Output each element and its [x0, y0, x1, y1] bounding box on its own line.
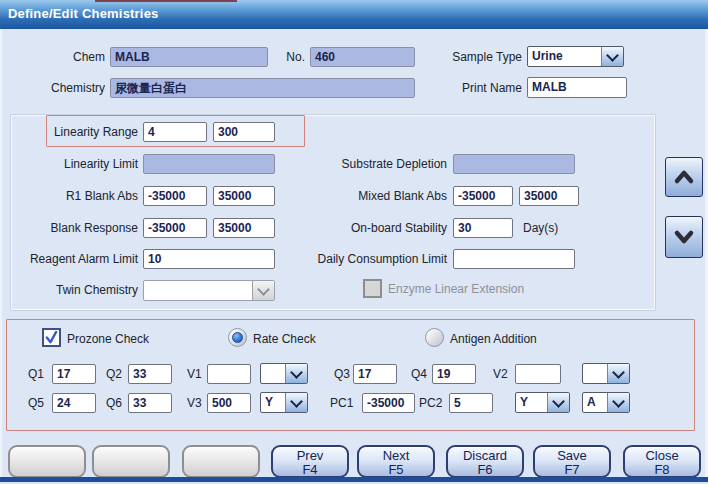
pc-flag2-value: A	[583, 393, 607, 412]
twin-chemistry-value	[144, 281, 252, 300]
mixed-blank-abs-low-field[interactable]: -35000	[453, 186, 513, 206]
twin-chemistry-select	[143, 280, 275, 301]
v3-flag-select[interactable]: Y	[260, 392, 308, 413]
linearity-range-high-field[interactable]: 300	[213, 122, 275, 142]
chevron-down-icon	[252, 281, 274, 300]
scroll-down-button[interactable]	[665, 216, 703, 258]
pc-flag1-select[interactable]: Y	[515, 392, 570, 413]
save-button-label: Save	[535, 449, 609, 463]
q2-label: Q2	[106, 364, 122, 384]
v2-field[interactable]	[515, 364, 561, 384]
sample-type-select[interactable]: Urine	[527, 46, 624, 67]
mixed-blank-abs-high-field[interactable]: 35000	[519, 186, 579, 206]
q3-field[interactable]: 17	[353, 364, 397, 384]
blank-button-2	[92, 445, 170, 478]
onboard-stability-label: On-board Stability	[295, 218, 447, 238]
q2-field[interactable]: 33	[128, 364, 172, 384]
prev-button-label: Prev	[273, 449, 347, 463]
down-arrow-icon	[673, 228, 695, 246]
blank-response-high-field[interactable]: 35000	[213, 218, 275, 238]
sample-type-value: Urine	[528, 47, 601, 66]
discard-button[interactable]: Discard F6	[446, 445, 524, 478]
prozone-check-checkbox[interactable]	[42, 328, 61, 347]
no-label: No.	[270, 47, 305, 67]
v1-flag-value	[261, 364, 285, 383]
v2-label: V2	[493, 364, 508, 384]
linearity-limit-label: Linearity Limit	[18, 154, 138, 174]
antigen-addition-label: Antigen Addition	[450, 329, 537, 349]
blank-button-1	[8, 445, 86, 478]
linearity-range-low-field[interactable]: 4	[143, 122, 207, 142]
v1-label: V1	[187, 364, 202, 384]
screen-artifact-line	[95, 0, 237, 2]
prozone-check-label: Prozone Check	[67, 329, 149, 349]
q3-label: Q3	[334, 364, 350, 384]
sample-type-label: Sample Type	[430, 47, 522, 67]
q1-field[interactable]: 17	[52, 364, 96, 384]
onboard-stability-unit: Day(s)	[523, 218, 558, 238]
chevron-down-icon[interactable]	[601, 47, 623, 66]
v2-flag-value	[583, 364, 607, 383]
substrate-depletion-field	[453, 154, 575, 174]
v3-field[interactable]: 500	[207, 393, 251, 413]
r1-blank-abs-label: R1 Blank Abs	[18, 186, 138, 206]
reagent-alarm-limit-label: Reagent Alarm Limit	[18, 249, 138, 269]
blank-response-label: Blank Response	[18, 218, 138, 238]
discard-button-key: F6	[448, 463, 522, 477]
print-name-label: Print Name	[430, 78, 522, 98]
checkmark-icon	[45, 331, 58, 344]
save-button-key: F7	[535, 463, 609, 477]
antigen-addition-radio[interactable]	[425, 328, 444, 347]
print-name-field[interactable]: MALB	[527, 77, 627, 98]
chevron-down-icon[interactable]	[285, 364, 307, 383]
daily-consumption-limit-field[interactable]	[453, 249, 575, 269]
q1-label: Q1	[28, 364, 44, 384]
q6-field[interactable]: 33	[128, 393, 172, 413]
chemistry-label: Chemistry	[35, 78, 105, 98]
blank-response-low-field[interactable]: -35000	[143, 218, 207, 238]
chevron-down-icon[interactable]	[607, 393, 629, 412]
v1-field[interactable]	[207, 364, 251, 384]
pc1-label: PC1	[330, 393, 353, 413]
chevron-down-icon[interactable]	[285, 393, 307, 412]
discard-button-label: Discard	[448, 449, 522, 463]
prev-button-key: F4	[273, 463, 347, 477]
v1-flag-select[interactable]	[260, 363, 308, 384]
chem-label: Chem	[35, 47, 105, 67]
onboard-stability-field[interactable]: 30	[453, 218, 513, 238]
rate-check-label: Rate Check	[253, 329, 316, 349]
next-button-label: Next	[359, 449, 433, 463]
v2-flag-select[interactable]	[582, 363, 630, 384]
twin-chemistry-label: Twin Chemistry	[18, 280, 138, 300]
q5-label: Q5	[28, 393, 44, 413]
chem-field: MALB	[110, 47, 268, 67]
next-button[interactable]: Next F5	[357, 445, 435, 478]
blank-button-3	[182, 445, 260, 478]
substrate-depletion-label: Substrate Depletion	[295, 154, 447, 174]
rate-check-radio[interactable]	[228, 328, 247, 347]
v3-flag-value: Y	[261, 393, 285, 412]
chemistry-field: 尿微量白蛋白	[110, 78, 415, 98]
close-button[interactable]: Close F8	[623, 445, 701, 478]
r1-blank-abs-low-field[interactable]: -35000	[143, 186, 207, 206]
prev-button[interactable]: Prev F4	[271, 445, 349, 478]
linearity-range-label: Linearity Range	[18, 122, 138, 142]
scroll-up-button[interactable]	[665, 157, 703, 197]
q4-field[interactable]: 19	[432, 364, 476, 384]
pc-flag2-select[interactable]: A	[582, 392, 630, 413]
mixed-blank-abs-label: Mixed Blank Abs	[295, 186, 447, 206]
pc2-field[interactable]: 5	[449, 393, 493, 413]
reagent-alarm-limit-field[interactable]: 10	[143, 249, 275, 269]
chevron-down-icon[interactable]	[607, 364, 629, 383]
q5-field[interactable]: 24	[52, 393, 96, 413]
pc1-field[interactable]: -35000	[362, 393, 415, 413]
r1-blank-abs-high-field[interactable]: 35000	[213, 186, 275, 206]
close-button-label: Close	[625, 449, 699, 463]
define-edit-chemistries-dialog: Define/Edit Chemistries Chem MALB No. 46…	[0, 0, 708, 484]
chevron-down-icon[interactable]	[547, 393, 569, 412]
daily-consumption-limit-label: Daily Consumption Limit	[295, 249, 447, 269]
enzyme-linear-extension-label: Enzyme Linear Extension	[388, 279, 524, 299]
window-left-edge	[0, 29, 2, 477]
no-field: 460	[310, 47, 415, 67]
save-button[interactable]: Save F7	[533, 445, 611, 478]
